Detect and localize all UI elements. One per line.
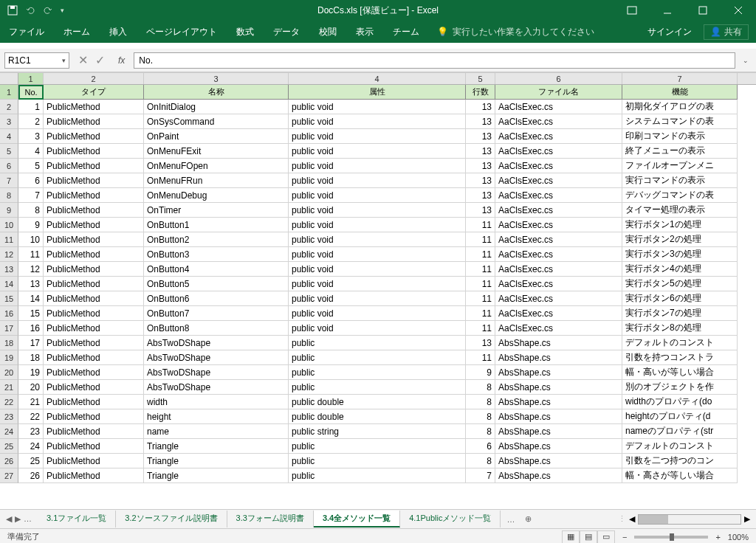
cell[interactable]: 22: [18, 409, 44, 424]
cell[interactable]: OnButton4: [144, 262, 289, 277]
undo-icon[interactable]: [25, 5, 35, 15]
cell[interactable]: 印刷コマンドの表示: [622, 129, 738, 144]
row-header[interactable]: 2: [0, 100, 18, 114]
cell[interactable]: public: [289, 439, 466, 454]
sheet-tab[interactable]: 3.2ソースファイル説明書: [116, 511, 227, 528]
cell[interactable]: heightのプロパティ(d: [622, 409, 738, 424]
cell[interactable]: public void: [289, 232, 466, 247]
sheet-nav-more-icon[interactable]: …: [24, 514, 32, 524]
hscroll-left-icon[interactable]: ◀: [629, 514, 635, 524]
cell[interactable]: public void: [289, 114, 466, 129]
cell[interactable]: AaClsExec.cs: [495, 159, 622, 173]
cell[interactable]: 初期化ダイアログの表: [622, 100, 738, 114]
cell[interactable]: 6: [18, 173, 44, 188]
cell[interactable]: OnSysCommand: [144, 114, 289, 129]
row-header[interactable]: 8: [0, 188, 18, 203]
row-header[interactable]: 9: [0, 203, 18, 218]
cell[interactable]: 2: [18, 114, 44, 129]
formula-expand-icon[interactable]: ⌄: [740, 57, 752, 64]
cell[interactable]: public void: [289, 129, 466, 144]
ribbon-tab-team[interactable]: チーム: [391, 26, 421, 38]
cell[interactable]: public void: [289, 173, 466, 188]
cell[interactable]: public void: [289, 188, 466, 203]
cell[interactable]: height: [144, 409, 289, 424]
row-header[interactable]: 21: [0, 380, 18, 395]
cell[interactable]: AaClsExec.cs: [495, 144, 622, 159]
cell[interactable]: PublicMethod: [44, 188, 144, 203]
save-icon[interactable]: [7, 5, 18, 15]
cell[interactable]: 21: [18, 395, 44, 409]
cell[interactable]: PublicMethod: [44, 365, 144, 380]
cell[interactable]: Triangle: [144, 439, 289, 454]
row-header[interactable]: 7: [0, 173, 18, 188]
row-header[interactable]: 24: [0, 424, 18, 439]
cell[interactable]: public void: [289, 144, 466, 159]
ribbon-tab-formulas[interactable]: 数式: [235, 26, 255, 38]
cell[interactable]: 終了メニューの表示: [622, 144, 738, 159]
cell[interactable]: PublicMethod: [44, 159, 144, 173]
cell[interactable]: 13: [466, 159, 495, 173]
cell[interactable]: OnButton6: [144, 291, 289, 306]
cell[interactable]: 9: [18, 218, 44, 232]
cell[interactable]: OnButton1: [144, 218, 289, 232]
cell[interactable]: PublicMethod: [44, 336, 144, 350]
cell[interactable]: PublicMethod: [44, 395, 144, 409]
cell[interactable]: AbsShape.cs: [495, 454, 622, 468]
col-header-4[interactable]: 4: [289, 73, 466, 84]
cell[interactable]: PublicMethod: [44, 454, 144, 468]
cell[interactable]: デフォルトのコンスト: [622, 439, 738, 454]
cell[interactable]: widthのプロパティ(do: [622, 395, 738, 409]
cell[interactable]: public void: [289, 277, 466, 291]
cell[interactable]: PublicMethod: [44, 129, 144, 144]
zoom-out-icon[interactable]: −: [622, 533, 627, 542]
cell[interactable]: 13: [466, 188, 495, 203]
col-header-3[interactable]: 3: [144, 73, 289, 84]
cell[interactable]: 実行ボタン5の処理: [622, 277, 738, 291]
sheets-more-icon[interactable]: …: [501, 515, 520, 524]
cell[interactable]: 8: [466, 380, 495, 395]
cell[interactable]: 16: [18, 321, 44, 336]
horizontal-scrollbar[interactable]: [638, 514, 741, 525]
tell-me-box[interactable]: 💡 実行したい作業を入力してください: [437, 26, 594, 38]
cell[interactable]: AbsShape.cs: [495, 395, 622, 409]
cell[interactable]: 17: [18, 336, 44, 350]
cell[interactable]: 11: [466, 262, 495, 277]
cell[interactable]: 12: [18, 262, 44, 277]
cell[interactable]: public: [289, 336, 466, 350]
cell[interactable]: AaClsExec.cs: [495, 306, 622, 321]
cell[interactable]: 19: [18, 365, 44, 380]
ribbon-tab-home[interactable]: ホーム: [62, 26, 92, 38]
cell[interactable]: OnButton2: [144, 232, 289, 247]
cell[interactable]: AbsShape.cs: [495, 336, 622, 350]
row-header[interactable]: 1: [0, 85, 18, 100]
row-header[interactable]: 16: [0, 306, 18, 321]
view-normal-icon[interactable]: ▦: [562, 530, 580, 544]
cell[interactable]: AaClsExec.cs: [495, 173, 622, 188]
cell[interactable]: 実行ボタン3の処理: [622, 247, 738, 262]
cell[interactable]: 幅・高さが等しい場合: [622, 468, 738, 483]
row-header[interactable]: 6: [0, 159, 18, 173]
cell[interactable]: 11: [466, 232, 495, 247]
cell[interactable]: デフォルトのコンスト: [622, 336, 738, 350]
cell[interactable]: 実行ボタン6の処理: [622, 291, 738, 306]
zoom-thumb[interactable]: [670, 533, 674, 541]
row-header[interactable]: 17: [0, 321, 18, 336]
cell[interactable]: PublicMethod: [44, 306, 144, 321]
cell[interactable]: 幅・高いが等しい場合: [622, 365, 738, 380]
cell[interactable]: AbsTwoDShape: [144, 380, 289, 395]
tab-split-handle[interactable]: ⋮: [618, 514, 626, 524]
cell[interactable]: name: [144, 424, 289, 439]
cell[interactable]: 7: [466, 468, 495, 483]
row-header[interactable]: 4: [0, 129, 18, 144]
enter-icon[interactable]: ✓: [95, 53, 105, 67]
col-header-1[interactable]: 1: [18, 73, 44, 84]
cell[interactable]: 11: [466, 350, 495, 365]
zoom-level[interactable]: 100%: [728, 533, 749, 542]
cell[interactable]: 13: [466, 144, 495, 159]
sheet-nav-prev-icon[interactable]: ◀: [6, 514, 12, 524]
cell[interactable]: OnInitDialog: [144, 100, 289, 114]
zoom-slider[interactable]: [634, 536, 708, 539]
cell[interactable]: 実行ボタン4の処理: [622, 262, 738, 277]
sheet-tab[interactable]: 3.1ファイル一覧: [38, 511, 116, 528]
cell[interactable]: 13: [466, 100, 495, 114]
